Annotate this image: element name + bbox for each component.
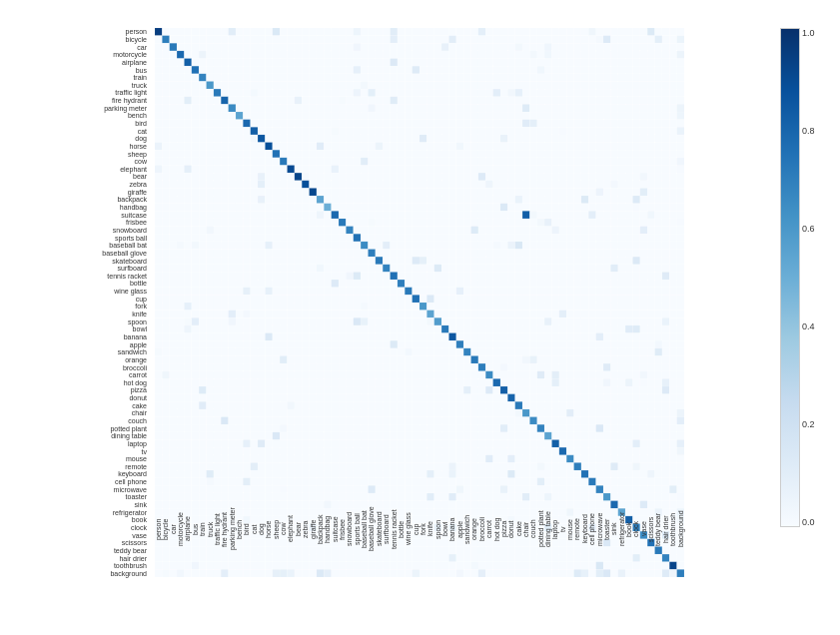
y-tick-label: elephant [20, 166, 150, 174]
x-tick-label: suitcase [332, 470, 339, 590]
y-tick-labels: personbicyclecarmotorcycleairplanebustra… [20, 28, 150, 577]
colorbar-tick: 1.0 [802, 28, 815, 38]
colorbar-tick: 0.4 [802, 321, 815, 331]
x-tick-label: handbag [324, 470, 331, 590]
y-tick-label: cat [20, 127, 150, 135]
y-tick-label: bird [20, 120, 150, 128]
x-tick-label: wine glass [405, 470, 412, 590]
x-tick-label: car [170, 470, 177, 590]
y-tick-label: surfboard [20, 265, 150, 273]
y-tick-label: car [20, 43, 150, 51]
y-tick-label: bus [20, 66, 150, 74]
y-tick-label: truck [20, 81, 150, 89]
y-tick-label: laptop [20, 440, 150, 448]
y-tick-label: mouse [20, 455, 150, 463]
colorbar: 1.00.80.60.40.20.0 [780, 28, 820, 577]
y-tick-label: toaster [20, 493, 150, 501]
y-tick-label: hair drier [20, 554, 150, 562]
x-tick-label: vase [640, 470, 647, 590]
y-tick-label: scissors [20, 539, 150, 547]
x-tick-label: spoon [434, 470, 441, 590]
x-tick-label: train [199, 470, 206, 590]
y-tick-label: sink [20, 501, 150, 509]
x-tick-label: clock [632, 470, 639, 590]
y-tick-label: horse [20, 143, 150, 151]
y-tick-label: hot dog [20, 378, 150, 386]
y-tick-label: wine glass [20, 288, 150, 296]
x-tick-label: bicycle [162, 470, 169, 590]
x-tick-label: cat [251, 470, 258, 590]
x-tick-label: orange [470, 470, 477, 590]
y-tick-label: remote [20, 463, 150, 471]
x-tick-label: sink [610, 470, 617, 590]
y-tick-label: pizza [20, 386, 150, 394]
x-tick-label: knife [426, 470, 433, 590]
colorbar-tick: 0.8 [802, 126, 815, 136]
y-tick-label: cup [20, 295, 150, 303]
y-tick-label: train [20, 74, 150, 82]
x-tick-label: zebra [302, 470, 309, 590]
x-tick-label: hot dog [493, 470, 500, 590]
y-tick-label: fire hydrant [20, 97, 150, 105]
y-tick-label: tv [20, 447, 150, 455]
y-tick-label: skateboard [20, 257, 150, 265]
y-tick-label: handbag [20, 204, 150, 212]
colorbar-tick: 0.2 [802, 419, 815, 429]
y-tick-label: parking meter [20, 104, 150, 112]
x-tick-label: tennis racket [391, 470, 398, 590]
y-tick-label: airplane [20, 59, 150, 67]
x-tick-label: parking meter [229, 470, 236, 590]
x-tick-label: fire hydrant [221, 470, 228, 590]
x-tick-labels: personbicyclecarmotorcycleairplanebustra… [155, 470, 684, 590]
y-tick-label: cell phone [20, 478, 150, 486]
y-tick-label: banana [20, 333, 150, 341]
x-tick-label: banana [448, 470, 455, 590]
y-tick-label: couch [20, 417, 150, 425]
x-tick-label: surfboard [383, 470, 390, 590]
x-tick-label: remote [573, 470, 580, 590]
y-tick-label: carrot [20, 371, 150, 379]
y-tick-label: backpack [20, 196, 150, 204]
x-tick-label: donut [507, 470, 514, 590]
y-tick-label: person [20, 28, 150, 36]
y-tick-label: baseball glove [20, 250, 150, 258]
y-tick-label: cow [20, 158, 150, 166]
y-tick-label: suitcase [20, 211, 150, 219]
x-tick-label: apple [456, 470, 463, 590]
y-tick-label: chair [20, 409, 150, 417]
y-tick-label: sheep [20, 150, 150, 158]
y-tick-label: baseball bat [20, 242, 150, 250]
y-tick-label: bottle [20, 280, 150, 288]
x-tick-label: cell phone [588, 470, 595, 590]
x-tick-label: snowboard [346, 470, 353, 590]
y-tick-label: fork [20, 303, 150, 311]
y-tick-label: sandwich [20, 348, 150, 356]
x-tick-label: toothbrush [669, 470, 676, 590]
x-tick-label: couch [529, 470, 536, 590]
x-tick-label: sports ball [354, 470, 361, 590]
y-tick-label: sports ball [20, 234, 150, 242]
x-tick-label: potted plant [537, 470, 544, 590]
y-tick-label: giraffe [20, 188, 150, 196]
x-tick-label: airplane [184, 470, 191, 590]
x-tick-label: baseball glove [368, 470, 375, 590]
y-tick-label: book [20, 516, 150, 524]
y-tick-label: snowboard [20, 227, 150, 235]
x-tick-label: horse [265, 470, 272, 590]
y-tick-label: keyboard [20, 470, 150, 478]
y-tick-label: toothbrush [20, 562, 150, 570]
colorbar-labels: 1.00.80.60.40.20.0 [802, 28, 815, 527]
x-tick-label: teddy bear [654, 470, 661, 590]
y-tick-label: frisbee [20, 219, 150, 227]
y-tick-label: microwave [20, 485, 150, 493]
x-tick-label: elephant [287, 470, 294, 590]
y-tick-label: motorcycle [20, 51, 150, 59]
x-tick-label: cup [413, 470, 420, 590]
colorbar-gradient [780, 28, 800, 527]
y-tick-label: vase [20, 531, 150, 539]
y-tick-label: traffic light [20, 89, 150, 97]
y-tick-label: bench [20, 112, 150, 120]
y-tick-label: cake [20, 401, 150, 409]
y-tick-label: knife [20, 311, 150, 318]
chart-container: personbicyclecarmotorcycleairplanebustra… [0, 0, 840, 635]
